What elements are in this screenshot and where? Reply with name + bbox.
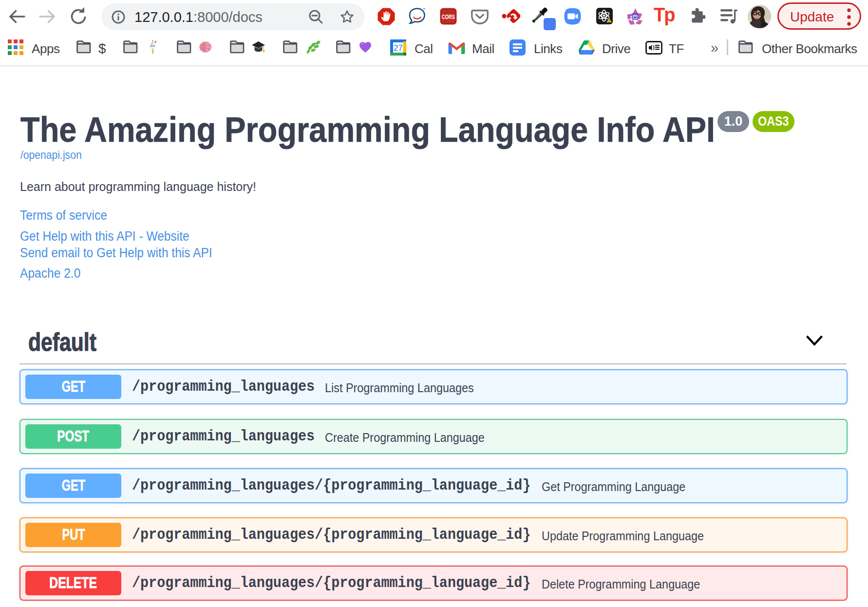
svg-text:!: !: [608, 19, 610, 23]
svg-text:27: 27: [394, 43, 402, 52]
svg-text:CORS: CORS: [442, 14, 455, 20]
